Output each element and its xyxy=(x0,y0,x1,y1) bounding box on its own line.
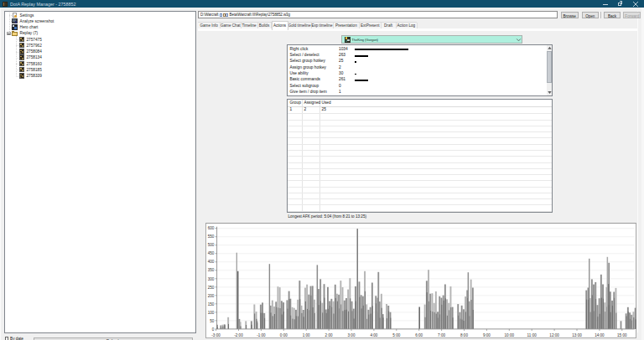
svg-text:450: 450 xyxy=(207,251,214,255)
svg-text:-1:00: -1:00 xyxy=(257,333,266,337)
svg-text:12:00: 12:00 xyxy=(549,333,559,337)
svg-text:50: 50 xyxy=(210,318,215,322)
svg-text:200: 200 xyxy=(207,293,214,297)
svg-text:5:00: 5:00 xyxy=(392,333,400,337)
svg-text:500: 500 xyxy=(207,243,214,247)
svg-text:6:00: 6:00 xyxy=(415,333,423,337)
svg-text:400: 400 xyxy=(207,260,214,264)
svg-text:100: 100 xyxy=(207,310,214,314)
svg-text:0:00: 0:00 xyxy=(280,333,288,337)
svg-text:350: 350 xyxy=(207,268,214,272)
svg-text:15:00: 15:00 xyxy=(617,333,627,337)
svg-text:300: 300 xyxy=(207,276,214,281)
svg-text:7:00: 7:00 xyxy=(438,333,445,337)
svg-text:-3:00: -3:00 xyxy=(211,333,221,337)
svg-text:10:00: 10:00 xyxy=(504,333,514,337)
svg-text:0: 0 xyxy=(212,327,215,331)
svg-text:13:00: 13:00 xyxy=(572,333,582,337)
svg-text:14:00: 14:00 xyxy=(595,333,605,337)
svg-text:9:00: 9:00 xyxy=(483,333,491,337)
svg-text:150: 150 xyxy=(207,301,214,306)
svg-text:600: 600 xyxy=(207,226,214,230)
svg-text:1:00: 1:00 xyxy=(302,333,309,337)
svg-text:250: 250 xyxy=(207,285,214,289)
svg-text:4:00: 4:00 xyxy=(370,333,377,337)
svg-text:2:00: 2:00 xyxy=(325,333,332,337)
svg-text:-2:00: -2:00 xyxy=(234,333,243,337)
svg-text:550: 550 xyxy=(207,234,214,239)
svg-text:8:00: 8:00 xyxy=(460,333,468,337)
svg-text:3:00: 3:00 xyxy=(347,333,355,337)
svg-text:11:00: 11:00 xyxy=(527,333,537,337)
